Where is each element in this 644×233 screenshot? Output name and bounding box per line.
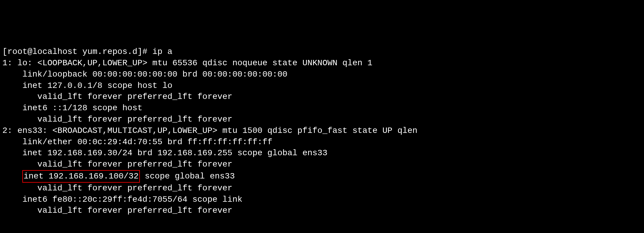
interface-ens33-inet6-valid: valid_lft forever preferred_lft forever <box>2 205 642 216</box>
interface-ens33-inet6: inet6 fe80::20c:29ff:fe4d:7055/64 scope … <box>2 194 642 205</box>
interface-lo-inet: inet 127.0.0.1/8 scope host lo <box>2 80 642 91</box>
command-text: ip a <box>152 47 172 56</box>
interface-ens33-inet1-valid: valid_lft forever preferred_lft forever <box>2 159 642 170</box>
inet2-suffix: scope global ens33 <box>140 172 235 181</box>
shell-prompt: [root@localhost yum.repos.d]# <box>2 47 152 56</box>
inet2-prefix <box>2 172 22 181</box>
prompt-line: [root@localhost yum.repos.d]# ip a <box>2 46 642 58</box>
interface-lo-inet-valid: valid_lft forever preferred_lft forever <box>2 91 642 102</box>
interface-ens33-inet2-line: inet 192.168.169.100/32 scope global ens… <box>2 170 642 183</box>
interface-ens33-inet2-valid: valid_lft forever preferred_lft forever <box>2 183 642 194</box>
interface-ens33-link: link/ether 00:0c:29:4d:70:55 brd ff:ff:f… <box>2 136 642 148</box>
interface-ens33-header: 2: ens33: <BROADCAST,MULTICAST,UP,LOWER_… <box>2 125 642 136</box>
interface-lo-header: 1: lo: <LOOPBACK,UP,LOWER_UP> mtu 65536 … <box>2 58 642 69</box>
interface-lo-inet6: inet6 ::1/128 scope host <box>2 102 642 114</box>
interface-ens33-inet1: inet 192.168.169.30/24 brd 192.168.169.2… <box>2 147 642 159</box>
highlighted-ip: inet 192.168.169.100/32 <box>22 170 140 183</box>
terminal[interactable]: [root@localhost yum.repos.d]# ip a1: lo:… <box>2 46 642 216</box>
interface-lo-inet6-valid: valid_lft forever preferred_lft forever <box>2 114 642 125</box>
interface-lo-link: link/loopback 00:00:00:00:00:00 brd 00:0… <box>2 69 642 80</box>
